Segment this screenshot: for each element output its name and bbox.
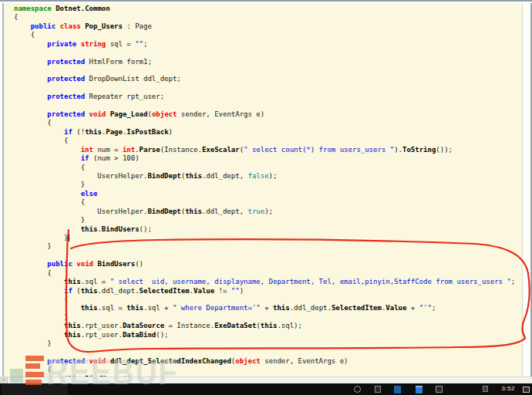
code-line: UsersHelper.BindDept(this.ddl_dept, fals… bbox=[14, 172, 522, 181]
code-line: this.sql = " select uid, username, displ… bbox=[14, 278, 522, 286]
code-line bbox=[14, 102, 522, 110]
code-line: if (num > 100) bbox=[14, 154, 522, 163]
code-line bbox=[14, 66, 522, 75]
code-line: else bbox=[14, 190, 522, 198]
code-line: this.sql = this.sql + " where Department… bbox=[14, 304, 522, 312]
code-line: { bbox=[14, 13, 522, 22]
blue-app-icon[interactable] bbox=[394, 386, 401, 393]
code-line: protected void ddl_dept_SelectedIndexCha… bbox=[14, 357, 522, 366]
code-line: } bbox=[14, 242, 522, 251]
code-line bbox=[14, 49, 522, 57]
show-hidden-icons[interactable] bbox=[523, 387, 530, 393]
code-line: protected HtmlForm form1; bbox=[14, 58, 522, 66]
code-line: { bbox=[14, 119, 522, 127]
code-editor-window: namespace Dotnet.Common{ public class Po… bbox=[0, 0, 532, 376]
code-line: protected DropDownList ddl_dept; bbox=[14, 75, 522, 83]
code-line: protected Repeater rpt_user; bbox=[14, 93, 522, 101]
code-line: } bbox=[14, 339, 522, 348]
code-line: } bbox=[14, 313, 522, 322]
code-line: public void BindUsers() bbox=[14, 260, 522, 268]
vertical-scrollbar[interactable] bbox=[522, 3, 532, 376]
code-area[interactable]: namespace Dotnet.Common{ public class Po… bbox=[4, 3, 522, 376]
code-line: UsersHelper.BindDept(this.ddl_dept, true… bbox=[14, 208, 522, 216]
code-line: this.BindUsers(); bbox=[14, 225, 522, 234]
code-line: private string sql = ""; bbox=[14, 40, 522, 49]
code-line: namespace Dotnet.Common bbox=[14, 5, 522, 13]
code-line: { bbox=[14, 164, 522, 172]
scroll-left-arrow-icon[interactable]: ‹ bbox=[0, 377, 8, 383]
code-line bbox=[14, 252, 522, 260]
code-line: this.rpt_user.DataSource = Instance.ExeD… bbox=[14, 322, 522, 330]
code-line: } bbox=[14, 216, 522, 225]
code-line bbox=[14, 84, 522, 93]
code-line bbox=[14, 348, 522, 356]
code-line: { bbox=[14, 269, 522, 278]
code-line: protected void Page_Load(object sender, … bbox=[14, 110, 522, 119]
app-window-icon[interactable] bbox=[375, 386, 381, 393]
code-line: if (this.ddl_dept.SelectedItem.Value != … bbox=[14, 287, 522, 295]
code-line: } bbox=[14, 181, 522, 189]
code-line: this.rpt_user.DataBind(); bbox=[14, 331, 522, 339]
circle-search-icon[interactable] bbox=[354, 386, 361, 393]
code-line: { bbox=[14, 31, 522, 39]
code-line: { bbox=[14, 137, 522, 145]
folder-icon[interactable] bbox=[436, 386, 443, 393]
tray-app-icon[interactable] bbox=[483, 386, 488, 392]
code-line: if (!this.Page.IsPostBack) bbox=[14, 128, 522, 137]
taskbar-window-button[interactable] bbox=[2, 384, 68, 395]
horizontal-scrollbar[interactable]: ‹ bbox=[0, 376, 532, 383]
taskbar: 3:52 bbox=[0, 383, 532, 395]
text-cursor bbox=[69, 234, 69, 241]
code-line: int num = int.Parse(Instance.ExeScalar("… bbox=[14, 146, 522, 154]
code-line: { bbox=[14, 198, 522, 207]
taskbar-clock[interactable]: 3:52 bbox=[501, 385, 515, 392]
blue-app-icon-2[interactable] bbox=[416, 386, 423, 393]
code-line: { bbox=[14, 366, 522, 374]
code-line: public class Pop_Users : Page bbox=[14, 22, 522, 31]
code-line: { bbox=[14, 295, 522, 304]
code-line: } bbox=[14, 234, 522, 242]
